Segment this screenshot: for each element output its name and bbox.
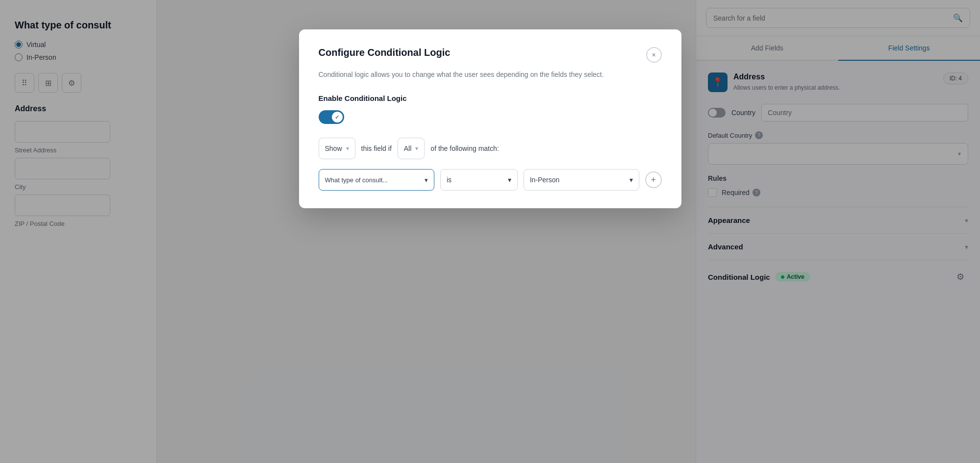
condition-row: What type of consult... ▾ is ▾ In-Person… [319, 169, 662, 191]
field-chevron-icon: ▾ [425, 176, 428, 184]
modal-header: Configure Conditional Logic × [319, 47, 662, 63]
condition-header: Show ▾ this field if All ▾ of the follow… [319, 138, 662, 159]
operator-value: is [447, 176, 452, 184]
value-chevron-icon: ▾ [629, 176, 633, 184]
toggle-knob: ✓ [332, 112, 343, 122]
check-icon: ✓ [335, 114, 339, 121]
enable-toggle-container: ✓ [319, 110, 662, 124]
operator-chevron-icon: ▾ [508, 176, 511, 184]
condition-value-dropdown[interactable]: In-Person ▾ [524, 169, 639, 191]
modal-subtitle: Conditional logic allows you to change w… [319, 71, 662, 78]
show-chevron-icon: ▾ [346, 145, 349, 152]
show-dropdown[interactable]: Show ▾ [319, 138, 355, 159]
modal-overlay: Configure Conditional Logic × Conditiona… [0, 0, 980, 463]
enable-toggle[interactable]: ✓ [319, 110, 344, 124]
operator-dropdown[interactable]: is ▾ [440, 169, 518, 191]
all-label: All [404, 145, 412, 152]
modal-close-button[interactable]: × [646, 47, 662, 63]
modal-title: Configure Conditional Logic [319, 47, 451, 58]
all-dropdown[interactable]: All ▾ [398, 138, 425, 159]
close-icon: × [652, 51, 655, 59]
plus-icon: + [651, 175, 656, 185]
condition-value: In-Person [530, 176, 560, 184]
field-select-dropdown[interactable]: What type of consult... ▾ [319, 169, 434, 191]
this-field-if-text: this field if [361, 145, 392, 152]
show-label: Show [325, 145, 342, 152]
conditional-logic-modal: Configure Conditional Logic × Conditiona… [299, 29, 681, 208]
field-select-value: What type of consult... [325, 176, 388, 184]
add-condition-button[interactable]: + [645, 171, 662, 188]
all-chevron-icon: ▾ [415, 145, 418, 152]
enable-conditional-label: Enable Conditional Logic [319, 94, 662, 102]
of-following-text: of the following match: [430, 145, 499, 152]
